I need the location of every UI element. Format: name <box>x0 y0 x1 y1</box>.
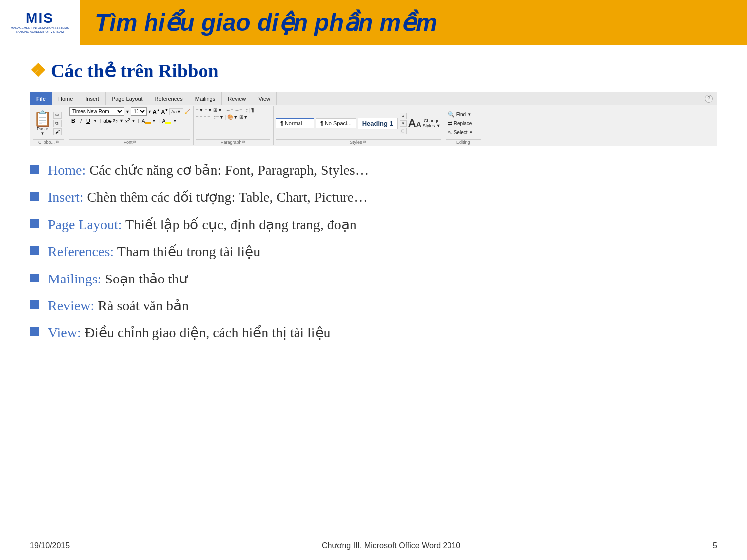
sub-dropdown[interactable]: ▼ <box>119 118 124 123</box>
styles-content: ¶ Normal ¶ No Spaci... Heading 1 ▲ ▼ ⊞ <box>276 107 441 139</box>
paragraph-content: ≡▼ ≡▼ ⊞▼ | ←≡ →≡ | ↕ | ¶ ≡ ≡ <box>196 107 270 139</box>
bullet-square-4 <box>30 274 39 282</box>
italic-button[interactable]: I <box>79 117 83 124</box>
multilevel-button[interactable]: ⊞▼ <box>213 107 222 113</box>
ribbon-tab-right-icons: ? <box>705 95 717 103</box>
clipboard-expand-icon[interactable]: ⧉ <box>56 140 59 145</box>
style-heading1-box[interactable]: Heading 1 <box>358 118 398 129</box>
shading-button[interactable]: 🎨▼ <box>227 114 238 120</box>
help-icon[interactable]: ? <box>705 95 713 103</box>
font-row2: B I U ▼ | abc x2 ▼ x2 ▼ | A ▼ | <box>69 117 190 124</box>
bold-button[interactable]: B <box>69 117 77 124</box>
underline-button[interactable]: U <box>85 117 92 124</box>
bullet-desc-5: Rà soát văn bản <box>94 298 189 313</box>
superscript-button[interactable]: x2 <box>125 117 130 124</box>
ribbon-body: 📋 Paste ▼ ✂ ⧉ 🖌 Clipbo... ⧉ <box>30 105 717 146</box>
para-expand-icon[interactable]: ⧉ <box>242 140 245 145</box>
format-painter-button[interactable]: 🖌 <box>53 128 62 135</box>
bullet-label-2: Page Layout: <box>48 217 122 232</box>
select-label: Select <box>454 130 468 135</box>
styles-scroll-down[interactable]: ▼ <box>400 120 407 127</box>
select-dropdown[interactable]: ▼ <box>469 130 473 135</box>
list-item-0: Home: Các chức năng cơ bản: Font, Paragr… <box>30 161 717 179</box>
paste-dropdown: ▼ <box>41 131 45 136</box>
bullet-square-6 <box>30 327 39 336</box>
group-paragraph: ≡▼ ≡▼ ⊞▼ | ←≡ →≡ | ↕ | ¶ ≡ ≡ <box>194 106 274 145</box>
tab-mailings[interactable]: Mailings <box>189 92 222 105</box>
find-dropdown[interactable]: ▼ <box>467 112 471 117</box>
sort-button[interactable]: ↕ <box>246 107 248 113</box>
strikethrough-button[interactable]: abc <box>103 118 111 124</box>
highlight-button[interactable]: A <box>162 118 172 124</box>
subscript-button[interactable]: x2 <box>113 117 118 124</box>
bullet-label-5: Review: <box>48 298 94 313</box>
align-center-button[interactable]: ≡ <box>200 114 203 120</box>
replace-label: Replace <box>454 121 472 126</box>
bullet-desc-2: Thiết lập bố cục, định dạng trang, đoạn <box>122 217 357 232</box>
cut-button[interactable]: ✂ <box>53 112 62 119</box>
paste-label: Paste <box>37 126 48 131</box>
aa-big-button[interactable]: AA <box>408 117 421 130</box>
font-expand-icon[interactable]: ⧉ <box>133 140 136 145</box>
highlight-dropdown[interactable]: ▼ <box>173 119 177 123</box>
underline-dropdown[interactable]: ▼ <box>93 119 97 123</box>
font-name-select[interactable]: Times New Rom <box>69 107 124 116</box>
section-title-text: Các thẻ trên Ribbon <box>51 60 219 82</box>
bullet-text-2: Page Layout: Thiết lập bố cục, định dạng… <box>48 216 357 234</box>
show-formatting-button[interactable]: ¶ <box>251 107 254 113</box>
styles-scroll-up[interactable]: ▲ <box>400 113 407 119</box>
increase-indent-button[interactable]: →≡ <box>235 107 243 113</box>
aa-button[interactable]: Aa▼ <box>169 108 183 115</box>
list-item-4: Mailings: Soạn thảo thư <box>30 270 717 288</box>
footer-page: 5 <box>713 541 717 550</box>
change-styles-button[interactable]: Change Styles ▼ <box>423 118 441 128</box>
bullet-label-0: Home: <box>48 162 86 178</box>
decrease-indent-button[interactable]: ←≡ <box>226 107 234 113</box>
logo-box: MIS MANAGEMENT INFORMATION SYSTEMS BANKI… <box>0 0 80 45</box>
styles-scroll-more[interactable]: ⊞ <box>400 128 407 134</box>
style-nospace-box[interactable]: ¶ No Spaci... <box>316 118 356 128</box>
font-color-button[interactable]: A <box>142 118 151 124</box>
font-divider3: | <box>158 118 159 123</box>
tab-references[interactable]: References <box>149 92 189 105</box>
shrink-font-button[interactable]: A▼ <box>161 108 168 115</box>
change-styles-area: AA <box>408 117 421 130</box>
borders-button[interactable]: ⊞▼ <box>239 114 248 120</box>
bullets-button[interactable]: ≡▼ <box>196 107 204 113</box>
font-divider1: | <box>100 118 101 123</box>
ribbon-tabs-left: File Home Insert Page Layout References … <box>30 92 277 105</box>
tab-page-layout[interactable]: Page Layout <box>106 92 149 105</box>
font-size-select[interactable]: 13 <box>131 107 147 116</box>
align-left-button[interactable]: ≡ <box>196 114 199 120</box>
diamond-icon: ❖ <box>30 60 46 81</box>
select-button[interactable]: ↖ Select ▼ <box>446 129 481 136</box>
styles-group-label: Styles ⧉ <box>276 139 441 145</box>
styles-expand-icon[interactable]: ⧉ <box>363 140 366 145</box>
font-group-label: Font ⧉ <box>69 139 190 145</box>
fontcolor-dropdown[interactable]: ▼ <box>152 119 156 123</box>
copy-button[interactable]: ⧉ <box>53 120 62 127</box>
logo-text-line1: MANAGEMENT INFORMATION SYSTEMS <box>11 26 69 30</box>
find-button[interactable]: 🔍 Find ▼ <box>446 111 481 118</box>
bullet-text-1: Insert: Chèn thêm các đối tượng: Table, … <box>48 188 368 206</box>
replace-button[interactable]: ⇄ Replace <box>446 120 481 127</box>
tab-view[interactable]: View <box>252 92 277 105</box>
justify-button[interactable]: ≡ <box>207 114 210 120</box>
tab-insert[interactable]: Insert <box>79 92 106 105</box>
sup-dropdown[interactable]: ▼ <box>132 119 136 123</box>
clear-formatting-button[interactable]: 🧹 <box>184 109 190 114</box>
grow-font-button[interactable]: A▲ <box>153 108 160 115</box>
style-normal-box[interactable]: ¶ Normal <box>276 118 314 128</box>
tab-review[interactable]: Review <box>222 92 252 105</box>
tab-home[interactable]: Home <box>52 92 79 105</box>
list-item-1: Insert: Chèn thêm các đối tượng: Table, … <box>30 188 717 206</box>
tab-file[interactable]: File <box>30 92 52 105</box>
bullet-label-3: References: <box>48 244 114 259</box>
line-spacing-button[interactable]: ↕≡▼ <box>214 114 224 120</box>
numbering-button[interactable]: ≡▼ <box>205 107 213 113</box>
bullet-list: Home: Các chức năng cơ bản: Font, Paragr… <box>30 161 717 342</box>
para-div1: | <box>223 108 224 113</box>
paste-button[interactable]: 📋 Paste ▼ <box>33 111 52 136</box>
style-normal-text: ¶ Normal <box>280 120 310 126</box>
align-right-button[interactable]: ≡ <box>204 114 207 120</box>
